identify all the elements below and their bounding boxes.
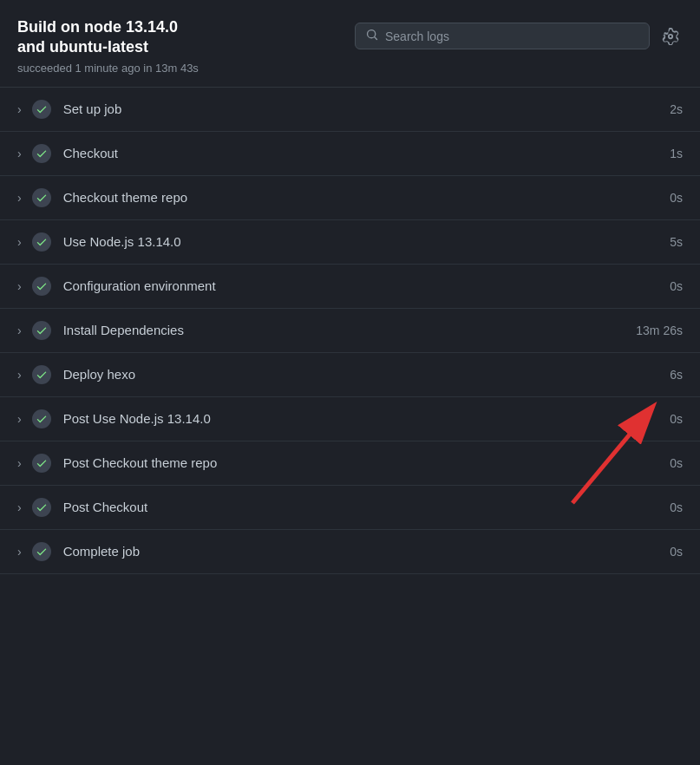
chevron-icon: › <box>17 324 22 337</box>
build-title: Build on node 13.14.0 and ubuntu-latest <box>17 17 355 58</box>
job-duration: 13m 26s <box>636 324 683 337</box>
chevron-icon: › <box>17 456 22 470</box>
job-duration: 6s <box>670 368 683 382</box>
status-icon <box>32 498 51 517</box>
job-duration: 0s <box>670 279 683 293</box>
chevron-icon: › <box>17 412 22 426</box>
job-name: Use Node.js 13.14.0 <box>63 234 660 249</box>
job-duration: 1s <box>670 147 683 160</box>
chevron-icon: › <box>17 191 22 205</box>
job-duration: 0s <box>670 191 683 205</box>
status-icon <box>32 321 51 340</box>
status-icon <box>32 100 51 119</box>
job-duration: 5s <box>670 235 683 249</box>
job-duration: 2s <box>670 102 683 116</box>
job-item-configuration-environment[interactable]: › Configuration environment 0s <box>0 265 700 309</box>
job-item-set-up-job[interactable]: › Set up job 2s <box>0 88 700 132</box>
status-icon <box>32 542 51 561</box>
job-name: Post Checkout <box>63 500 660 514</box>
job-duration: 0s <box>670 545 683 559</box>
settings-button[interactable] <box>658 24 683 49</box>
job-item-checkout-theme-repo[interactable]: › Checkout theme repo 0s <box>0 176 700 220</box>
search-box[interactable] <box>355 23 650 49</box>
chevron-icon: › <box>17 147 22 160</box>
job-item-deploy-hexo[interactable]: › Deploy hexo 6s <box>0 353 700 397</box>
job-name: Install Dependencies <box>63 323 626 337</box>
header: Build on node 13.14.0 and ubuntu-latest … <box>0 0 700 88</box>
chevron-icon: › <box>17 545 22 559</box>
status-icon <box>32 277 51 296</box>
job-item-post-use-nodejs[interactable]: › Post Use Node.js 13.14.0 0s <box>0 397 700 441</box>
chevron-icon: › <box>17 500 22 514</box>
job-item-complete-job[interactable]: › Complete job 0s <box>0 530 700 574</box>
chevron-icon: › <box>17 279 22 293</box>
status-icon <box>32 409 51 428</box>
job-name: Deploy hexo <box>63 367 660 382</box>
job-duration: 0s <box>670 500 683 514</box>
job-name: Configuration environment <box>63 278 660 293</box>
header-right <box>355 23 683 49</box>
status-icon <box>32 188 51 207</box>
job-duration: 0s <box>670 456 683 470</box>
job-name: Complete job <box>63 544 660 559</box>
job-name: Post Checkout theme repo <box>63 455 660 470</box>
job-name: Checkout theme repo <box>63 190 660 205</box>
search-icon <box>366 29 378 43</box>
status-icon <box>32 365 51 384</box>
job-item-post-checkout[interactable]: › Post Checkout 0s <box>0 486 700 530</box>
job-duration: 0s <box>670 412 683 426</box>
status-icon <box>32 232 51 252</box>
search-input[interactable] <box>385 29 638 43</box>
job-item-post-checkout-theme-repo[interactable]: › Post Checkout theme repo 0s <box>0 441 700 486</box>
status-icon <box>32 144 51 163</box>
main-container: Build on node 13.14.0 and ubuntu-latest … <box>0 0 700 574</box>
job-name: Checkout <box>63 146 660 160</box>
job-item-use-nodejs[interactable]: › Use Node.js 13.14.0 5s <box>0 220 700 265</box>
job-item-checkout[interactable]: › Checkout 1s <box>0 132 700 176</box>
chevron-icon: › <box>17 235 22 249</box>
chevron-icon: › <box>17 368 22 382</box>
job-name: Set up job <box>63 101 660 116</box>
chevron-icon: › <box>17 102 22 116</box>
job-item-install-dependencies[interactable]: › Install Dependencies 13m 26s <box>0 309 700 353</box>
job-name: Post Use Node.js 13.14.0 <box>63 411 660 426</box>
job-list: › Set up job 2s › Checkout 1s › Checkout… <box>0 88 700 574</box>
header-left: Build on node 13.14.0 and ubuntu-latest … <box>17 17 355 75</box>
build-subtitle: succeeded 1 minute ago in 13m 43s <box>17 62 355 75</box>
status-icon <box>32 454 51 473</box>
